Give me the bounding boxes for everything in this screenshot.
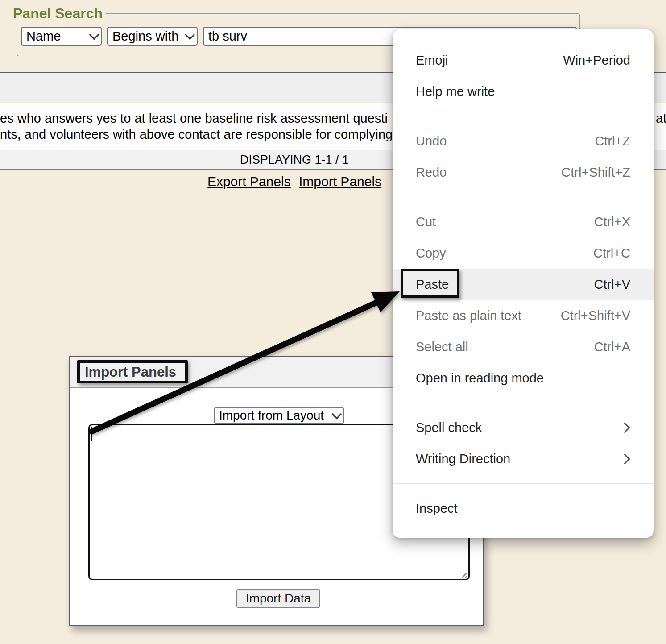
import-layout-select[interactable]: Import from Layout	[214, 407, 344, 424]
menu-separator	[393, 483, 654, 484]
menu-item-shortcut: Ctrl+Shift+V	[561, 308, 630, 323]
menu-item-label: Redo	[416, 165, 447, 180]
chevron-down-icon	[331, 409, 342, 420]
menu-item-cut: Cut Ctrl+X	[393, 206, 654, 237]
menu-item-label: Emoji	[416, 53, 448, 68]
menu-item-shortcut: Ctrl+A	[594, 340, 630, 354]
menu-separator	[393, 403, 654, 403]
menu-item-label: Spell check	[416, 420, 482, 435]
menu-item-paste[interactable]: Paste Ctrl+V	[393, 269, 654, 300]
menu-item-spell-check[interactable]: Spell check	[393, 412, 654, 443]
menu-item-label: Inspect	[416, 501, 458, 516]
menu-item-open-in-reading-mode[interactable]: Open in reading mode	[393, 362, 654, 394]
menu-item-redo: Redo Ctrl+Shift+Z	[393, 157, 654, 188]
menu-item-inspect[interactable]: Inspect	[393, 493, 654, 524]
submenu-chevron-right-icon	[619, 453, 630, 464]
row-text-line2: nts, and volunteers with above contact a…	[0, 126, 393, 142]
menu-item-shortcut: Ctrl+C	[593, 246, 630, 261]
menu-item-label: Copy	[416, 246, 446, 261]
menu-separator	[393, 116, 654, 116]
row-text-line1: es who answers yes to at least one basel…	[0, 110, 388, 126]
menu-item-select-all: Select all Ctrl+A	[393, 331, 654, 362]
menu-item-shortcut: Ctrl+Z	[595, 134, 630, 149]
menu-item-emoji[interactable]: Emoji Win+Period	[393, 45, 654, 76]
menu-item-help-me-write[interactable]: Help me write	[393, 76, 654, 107]
menu-item-copy: Copy Ctrl+C	[393, 237, 654, 269]
submenu-chevron-right-icon	[619, 422, 630, 433]
menu-item-label: Writing Direction	[416, 452, 510, 466]
menu-item-label: Open in reading mode	[416, 371, 544, 386]
search-field-select-value: Name	[26, 29, 61, 44]
menu-separator	[393, 197, 654, 197]
menu-item-undo: Undo Ctrl+Z	[393, 125, 654, 157]
menu-item-writing-direction[interactable]: Writing Direction	[393, 443, 654, 474]
import-layout-select-value: Import from Layout	[219, 408, 324, 423]
panel-search-legend: Panel Search	[13, 6, 106, 21]
import-dialog-title: Import Panels	[85, 364, 176, 380]
menu-item-label: Select all	[416, 340, 468, 354]
import-data-button[interactable]: Import Data	[236, 589, 320, 608]
chevron-down-icon	[89, 30, 99, 40]
search-field-select[interactable]: Name	[21, 27, 102, 46]
import-panels-link[interactable]: Import Panels	[299, 174, 381, 189]
export-panels-link[interactable]: Export Panels	[207, 174, 291, 189]
menu-item-label: Cut	[416, 215, 436, 229]
menu-item-label: Paste as plain text	[416, 308, 521, 323]
search-operator-select[interactable]: Begins with	[107, 27, 198, 46]
menu-item-paste-as-plain-text: Paste as plain text Ctrl+Shift+V	[393, 300, 654, 331]
chevron-down-icon	[185, 30, 195, 40]
menu-item-label: Help me write	[416, 84, 495, 99]
menu-item-label: Undo	[416, 134, 447, 149]
search-operator-select-value: Begins with	[112, 29, 178, 44]
context-menu: Emoji Win+Period Help me write Undo Ctrl…	[393, 29, 654, 538]
text-cursor	[91, 427, 92, 441]
menu-item-shortcut: Ctrl+X	[594, 215, 630, 229]
row-text-right-fragment: at	[656, 110, 666, 126]
menu-item-shortcut: Ctrl+Shift+Z	[561, 165, 630, 180]
menu-item-shortcut: Win+Period	[563, 53, 630, 68]
menu-item-label: Paste	[416, 277, 449, 292]
menu-item-shortcut: Ctrl+V	[594, 277, 630, 292]
